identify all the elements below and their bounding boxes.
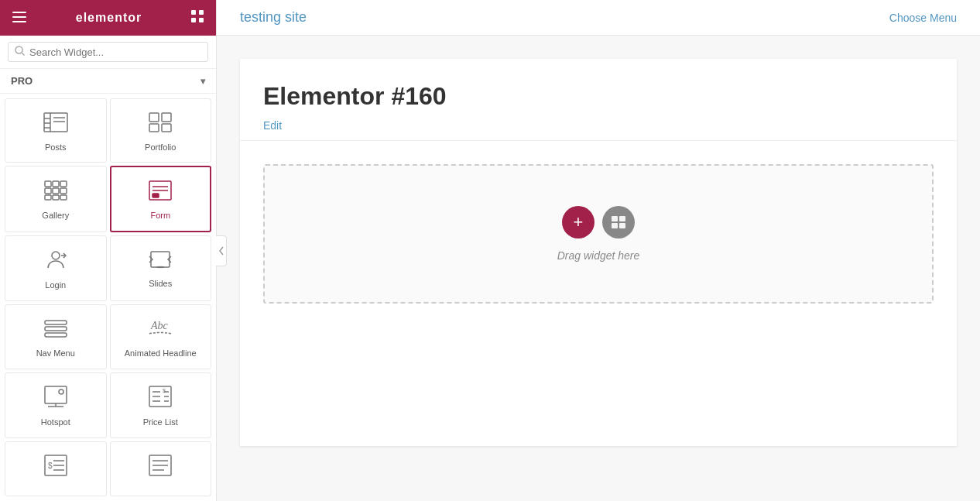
add-template-button[interactable] <box>602 206 635 238</box>
nav-menu-label: Nav Menu <box>36 348 75 359</box>
brand-title: elementor <box>76 11 142 25</box>
pro-filter-label: PRO <box>11 75 33 87</box>
svg-rect-65 <box>612 216 618 221</box>
collapse-panel-button[interactable] <box>216 235 227 266</box>
svg-rect-41 <box>45 327 67 331</box>
svg-rect-25 <box>60 188 67 194</box>
search-input[interactable] <box>29 46 201 58</box>
animated-headline-label: Animated Headline <box>125 348 197 359</box>
portfolio-label: Portfolio <box>145 142 176 153</box>
svg-rect-42 <box>45 333 67 337</box>
svg-rect-19 <box>162 124 171 132</box>
login-icon <box>45 249 67 273</box>
svg-rect-2 <box>12 21 26 22</box>
svg-point-33 <box>52 252 60 259</box>
svg-rect-5 <box>191 18 196 22</box>
canvas-area: Elementor #160 Edit + Drag widget <box>217 36 980 501</box>
widget12-icon <box>149 455 172 479</box>
svg-text:$: $ <box>163 388 166 393</box>
search-area <box>0 36 216 69</box>
svg-rect-28 <box>60 195 67 200</box>
slides-icon <box>148 250 173 272</box>
svg-rect-66 <box>619 216 625 221</box>
slides-label: Slides <box>149 278 172 289</box>
widget-item-login[interactable]: Login <box>5 235 107 301</box>
chevron-down-icon: ▾ <box>200 76 205 87</box>
svg-rect-6 <box>199 18 204 22</box>
animated-headline-icon: Abc <box>148 318 173 341</box>
sidebar: elementor PRO ▾ <box>0 0 217 501</box>
sidebar-header: elementor <box>0 0 216 36</box>
login-label: Login <box>45 280 66 290</box>
price-list-label: Price List <box>143 417 178 427</box>
widget-item-slides[interactable]: Slides <box>110 235 212 301</box>
svg-rect-3 <box>191 10 196 15</box>
page-title: Elementor #160 <box>263 82 934 111</box>
svg-rect-26 <box>45 195 51 200</box>
drop-zone: + Drag widget here <box>263 164 934 304</box>
widget-item-price-list[interactable]: $ Price List <box>110 372 212 438</box>
form-icon <box>149 180 172 204</box>
svg-point-7 <box>15 46 22 53</box>
widget-item-gallery[interactable]: Gallery <box>5 166 107 232</box>
svg-point-45 <box>59 389 63 394</box>
hamburger-icon[interactable] <box>12 10 26 26</box>
widget-item-portfolio[interactable]: Portfolio <box>110 98 212 163</box>
pro-filter[interactable]: PRO ▾ <box>0 69 216 94</box>
price-list-icon: $ <box>149 386 172 410</box>
widget-item-12[interactable] <box>110 441 212 496</box>
site-title: testing site <box>240 9 307 26</box>
posts-label: Posts <box>45 142 67 153</box>
svg-rect-9 <box>44 113 67 132</box>
widget-item-hotspot[interactable]: Hotspot <box>5 372 107 438</box>
svg-rect-68 <box>619 223 625 228</box>
gallery-icon <box>44 180 67 204</box>
svg-line-8 <box>22 53 25 56</box>
svg-rect-18 <box>149 124 159 132</box>
posts-icon <box>43 112 68 136</box>
svg-rect-17 <box>162 113 171 122</box>
svg-rect-23 <box>45 188 51 194</box>
svg-text:$: $ <box>48 462 53 470</box>
gallery-label: Gallery <box>42 210 69 221</box>
svg-rect-22 <box>60 181 67 187</box>
widget-item-posts[interactable]: Posts <box>5 98 107 163</box>
svg-rect-35 <box>151 252 170 267</box>
page-title-bar: Elementor #160 Edit <box>240 59 957 141</box>
svg-rect-4 <box>199 10 204 15</box>
svg-text:Abc: Abc <box>150 320 169 331</box>
main-content: testing site Choose Menu Elementor #160 … <box>217 0 980 501</box>
widget11-icon: $ <box>44 455 67 479</box>
svg-rect-0 <box>12 12 26 13</box>
svg-point-39 <box>161 266 163 268</box>
svg-rect-20 <box>45 181 51 187</box>
page-container: Elementor #160 Edit + Drag widget <box>240 59 957 446</box>
widget-item-11[interactable]: $ <box>5 441 107 496</box>
top-bar: testing site Choose Menu <box>217 0 980 36</box>
svg-rect-44 <box>45 386 67 403</box>
action-buttons: + <box>562 206 635 238</box>
portfolio-icon <box>149 112 172 136</box>
hotspot-label: Hotspot <box>41 417 70 427</box>
widget-item-form[interactable]: Form <box>110 166 212 232</box>
drag-label: Drag widget here <box>557 249 640 262</box>
svg-rect-32 <box>152 194 159 197</box>
widget-item-nav-menu[interactable]: Nav Menu <box>5 304 107 369</box>
choose-menu-link[interactable]: Choose Menu <box>889 12 957 24</box>
hotspot-icon <box>44 386 67 410</box>
widget-grid: Posts Portfolio <box>0 94 216 501</box>
navmenu-icon <box>44 318 67 341</box>
search-icon <box>15 46 25 58</box>
svg-rect-24 <box>53 188 59 194</box>
edit-link[interactable]: Edit <box>263 119 282 132</box>
form-label: Form <box>150 210 170 221</box>
grid-icon[interactable] <box>191 10 204 26</box>
svg-rect-40 <box>45 321 67 324</box>
add-widget-button[interactable]: + <box>562 206 595 238</box>
widget-item-animated-headline[interactable]: Abc Animated Headline <box>110 304 212 369</box>
svg-rect-1 <box>12 16 26 18</box>
svg-rect-21 <box>53 181 59 187</box>
svg-rect-67 <box>612 223 618 228</box>
svg-rect-16 <box>149 113 159 122</box>
search-wrapper <box>8 42 208 62</box>
